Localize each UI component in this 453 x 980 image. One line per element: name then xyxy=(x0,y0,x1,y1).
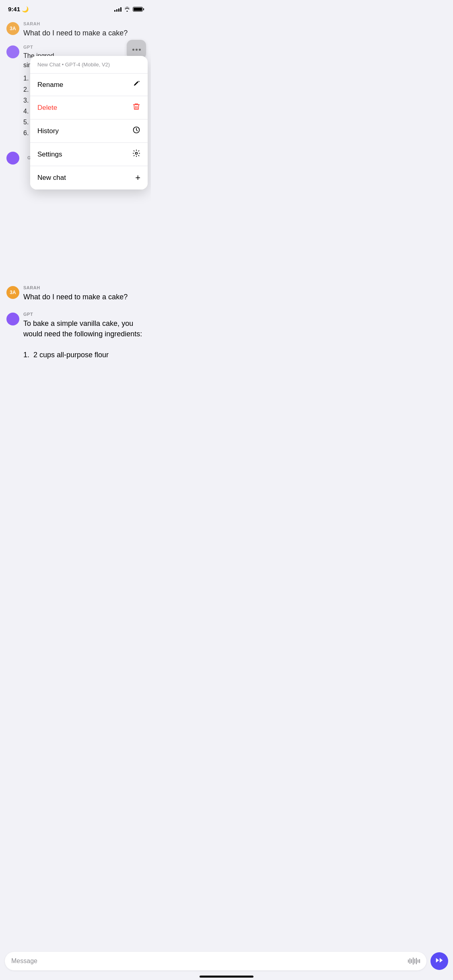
context-menu-dropdown: New Chat • GPT-4 (Mobile, V2) Rename Del… xyxy=(30,56,148,189)
message-text-sarah-bottom: What do I need to make a cake? xyxy=(23,292,144,302)
moon-icon: 🌙 xyxy=(22,6,29,12)
avatar-gpt-mid xyxy=(6,152,19,165)
history-menu-item[interactable]: History xyxy=(30,119,148,143)
wifi-icon xyxy=(124,7,130,12)
avatar-gpt-bottom xyxy=(6,313,19,325)
signal-icon xyxy=(114,7,121,12)
status-time: 9:41 xyxy=(8,6,20,12)
message-text-gpt-bottom: To bake a simple vanilla cake, you would… xyxy=(23,318,144,360)
avatar-dots xyxy=(132,49,141,51)
new-chat-menu-item[interactable]: New chat + xyxy=(30,166,148,189)
history-label: History xyxy=(37,127,59,135)
settings-menu-item[interactable]: Settings xyxy=(30,143,148,166)
sender-gpt-top: GPT xyxy=(23,45,144,49)
rename-label: Rename xyxy=(37,81,63,89)
chat-section-below: 3A SARAH What do I need to make a cake? … xyxy=(0,275,151,412)
svg-point-1 xyxy=(136,152,138,154)
rename-icon xyxy=(133,80,140,89)
sender-sarah-bottom: SARAH xyxy=(23,285,144,290)
avatar-sarah-top: 3A xyxy=(6,22,19,35)
avatar-sarah-bottom: 3A xyxy=(6,286,19,299)
new-chat-label: New chat xyxy=(37,174,66,182)
sender-sarah-top: SARAH xyxy=(23,21,144,26)
rename-menu-item[interactable]: Rename xyxy=(30,74,148,96)
delete-menu-item[interactable]: Delete xyxy=(30,96,148,119)
message-row-sarah-top: 3A SARAH What do I need to make a cake? xyxy=(0,19,151,41)
settings-gear-icon xyxy=(132,149,140,159)
message-row-sarah-bottom: 3A SARAH What do I need to make a cake? xyxy=(0,283,151,305)
dropdown-header: New Chat • GPT-4 (Mobile, V2) xyxy=(30,56,148,74)
delete-label: Delete xyxy=(37,104,57,112)
trash-icon xyxy=(132,103,140,113)
status-icons xyxy=(114,7,143,12)
battery-icon xyxy=(133,7,143,12)
message-row-gpt-bottom: GPT To bake a simple vanilla cake, you w… xyxy=(0,309,151,362)
avatar-gpt-top xyxy=(6,45,19,58)
status-bar: 9:41 🌙 xyxy=(0,0,151,16)
sender-gpt-bottom: GPT xyxy=(23,312,144,317)
message-text-sarah-top: What do I need to make a cake? xyxy=(23,28,144,38)
settings-label: Settings xyxy=(37,150,62,159)
plus-icon: + xyxy=(135,173,140,183)
history-icon xyxy=(132,126,140,136)
